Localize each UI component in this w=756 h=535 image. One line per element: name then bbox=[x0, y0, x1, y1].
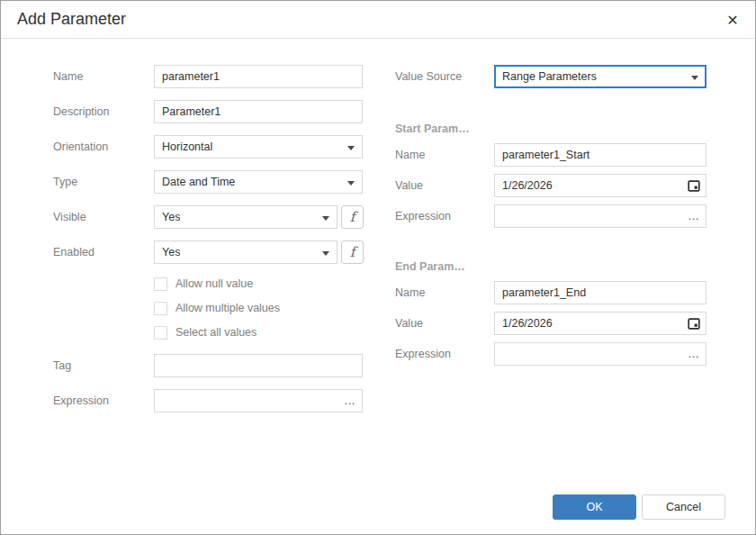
ellipsis-icon: … bbox=[344, 396, 356, 405]
end-expression-row: Expression … bbox=[395, 342, 706, 366]
start-value-calendar-button[interactable] bbox=[682, 175, 706, 196]
close-icon[interactable]: ✕ bbox=[723, 10, 742, 30]
start-expression-ellipsis-button[interactable]: … bbox=[682, 205, 706, 227]
end-expression-label: Expression bbox=[395, 348, 494, 360]
orientation-label: Orientation bbox=[53, 141, 154, 153]
start-value-row: Value bbox=[395, 174, 706, 197]
end-value-field bbox=[494, 312, 706, 335]
select-all-values-label: Select all values bbox=[176, 326, 256, 339]
description-input[interactable] bbox=[154, 100, 363, 123]
tag-label: Tag bbox=[53, 359, 154, 372]
ellipsis-icon: … bbox=[688, 212, 700, 221]
allow-null-value-row: Allow null value bbox=[154, 277, 364, 291]
visible-row: Visible Yes f bbox=[53, 205, 364, 229]
enabled-value: Yes bbox=[162, 246, 180, 258]
chevron-down-icon bbox=[347, 146, 355, 150]
name-row: Name bbox=[53, 65, 364, 88]
end-value-label: Value bbox=[395, 317, 494, 330]
expression-row: Expression … bbox=[53, 389, 364, 413]
start-value-input[interactable] bbox=[494, 174, 706, 197]
tag-row: Tag bbox=[53, 354, 364, 377]
orientation-row: Orientation Horizontal bbox=[53, 135, 364, 159]
value-source-row: Value Source Range Parameters bbox=[395, 65, 706, 88]
calendar-icon bbox=[688, 179, 700, 192]
add-parameter-dialog: Add Parameter ✕ Name Description Orienta… bbox=[0, 0, 756, 535]
allow-multiple-values-row: Allow multiple values bbox=[154, 301, 364, 315]
allow-multiple-values-label: Allow multiple values bbox=[176, 302, 280, 314]
end-name-row: Name bbox=[395, 281, 706, 304]
start-name-input[interactable] bbox=[494, 143, 706, 167]
start-expression-label: Expression bbox=[395, 210, 494, 222]
value-source-dropdown[interactable]: Range Parameters bbox=[494, 65, 706, 88]
enabled-label: Enabled bbox=[53, 246, 154, 258]
end-value-input[interactable] bbox=[494, 312, 706, 335]
right-column: Value Source Range Parameters Start Para… bbox=[395, 65, 706, 373]
visible-dropdown[interactable]: Yes bbox=[154, 205, 338, 229]
allow-multiple-values-checkbox[interactable] bbox=[154, 302, 167, 315]
enabled-dropdown[interactable]: Yes bbox=[154, 240, 338, 264]
start-expression-field: … bbox=[494, 204, 706, 228]
ellipsis-icon: … bbox=[688, 349, 700, 358]
dialog-footer: OK Cancel bbox=[553, 494, 725, 520]
value-source-value: Range Parameters bbox=[502, 70, 597, 83]
end-name-input[interactable] bbox=[494, 281, 706, 304]
type-value: Date and Time bbox=[162, 176, 235, 188]
expression-input[interactable] bbox=[154, 389, 363, 413]
select-all-values-row: Select all values bbox=[154, 325, 364, 340]
ok-button[interactable]: OK bbox=[553, 494, 636, 520]
end-param-section-header: End Param… bbox=[395, 260, 706, 274]
chevron-down-icon bbox=[347, 181, 355, 186]
chevron-down-icon bbox=[322, 251, 329, 256]
name-label: Name bbox=[53, 70, 154, 83]
name-input[interactable] bbox=[154, 65, 363, 88]
description-row: Description bbox=[53, 100, 364, 123]
end-expression-input[interactable] bbox=[494, 342, 706, 366]
orientation-dropdown[interactable]: Horizontal bbox=[154, 135, 363, 159]
chevron-down-icon bbox=[691, 76, 698, 80]
tag-input[interactable] bbox=[154, 354, 363, 377]
start-value-label: Value bbox=[395, 179, 494, 192]
end-expression-ellipsis-button[interactable]: … bbox=[682, 343, 706, 365]
type-label: Type bbox=[53, 176, 154, 188]
type-row: Type Date and Time bbox=[53, 170, 364, 194]
checkbox-group: Allow null value Allow multiple values S… bbox=[53, 277, 364, 340]
chevron-down-icon bbox=[322, 216, 329, 221]
orientation-value: Horizontal bbox=[162, 141, 212, 153]
cancel-button[interactable]: Cancel bbox=[642, 494, 725, 520]
start-name-row: Name bbox=[395, 143, 706, 167]
description-label: Description bbox=[53, 105, 154, 118]
type-dropdown[interactable]: Date and Time bbox=[154, 170, 363, 194]
left-column: Name Description Orientation Horizontal … bbox=[53, 65, 364, 424]
start-name-label: Name bbox=[395, 149, 494, 161]
calendar-icon bbox=[688, 317, 700, 330]
start-expression-row: Expression … bbox=[395, 204, 706, 228]
visible-label: Visible bbox=[53, 211, 154, 223]
end-expression-field: … bbox=[494, 342, 706, 366]
expression-label: Expression bbox=[53, 394, 154, 407]
visible-expression-fx-button[interactable]: f bbox=[341, 205, 364, 229]
visible-value: Yes bbox=[162, 211, 180, 223]
dialog-header: Add Parameter ✕ bbox=[1, 1, 755, 39]
allow-null-value-checkbox[interactable] bbox=[154, 277, 167, 291]
end-name-label: Name bbox=[395, 286, 494, 299]
start-expression-input[interactable] bbox=[494, 204, 706, 228]
start-value-field bbox=[494, 174, 706, 197]
dialog-title: Add Parameter bbox=[17, 1, 126, 38]
start-param-section-header: Start Param… bbox=[395, 122, 706, 136]
select-all-values-checkbox[interactable] bbox=[154, 326, 167, 340]
expression-ellipsis-button[interactable]: … bbox=[338, 390, 362, 412]
value-source-label: Value Source bbox=[395, 70, 494, 83]
enabled-row: Enabled Yes f bbox=[53, 240, 364, 264]
end-value-calendar-button[interactable] bbox=[682, 313, 706, 334]
end-value-row: Value bbox=[395, 312, 706, 335]
allow-null-value-label: Allow null value bbox=[176, 277, 253, 290]
expression-field: … bbox=[154, 389, 363, 413]
enabled-expression-fx-button[interactable]: f bbox=[341, 240, 364, 264]
